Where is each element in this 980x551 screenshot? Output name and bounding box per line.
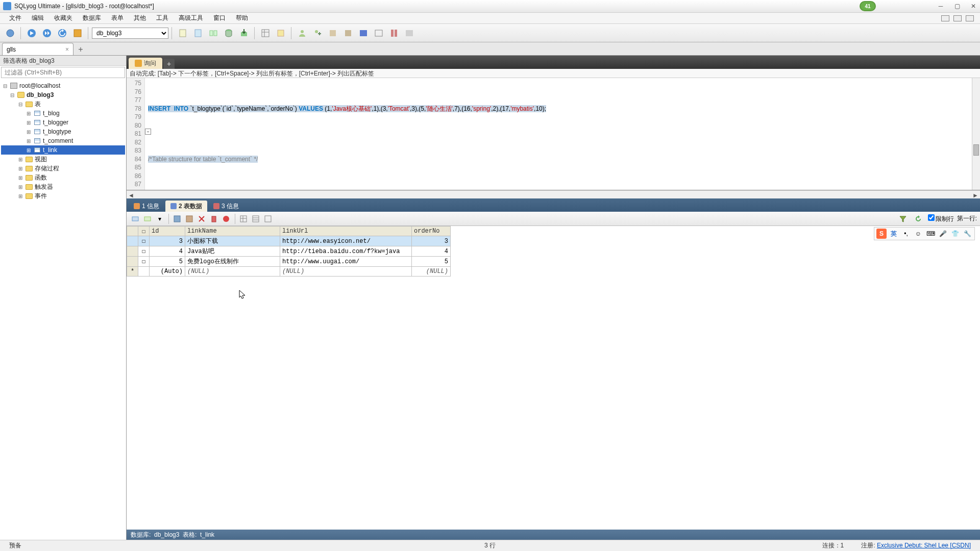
menu-window[interactable]: 窗口 [208, 13, 231, 23]
table-row[interactable]: ☐ 3 小图标下载 http://www.easyicon.net/ 3 [127, 236, 451, 246]
new-connection-button[interactable] [3, 26, 17, 40]
tree-procs-folder[interactable]: ⊞存储过程 [1, 164, 125, 173]
col-linkurl[interactable]: linkUrl [280, 227, 412, 236]
dropdown-button[interactable]: ▾ [154, 213, 165, 224]
code-area[interactable]: − INSERT INTO `t_blogtype`(`id`,`typeNam… [145, 78, 980, 190]
duplicate-row-button[interactable] [142, 213, 153, 224]
add-query-tab-button[interactable]: + [163, 59, 175, 69]
cancel-button[interactable] [184, 213, 195, 224]
form-view-button[interactable] [250, 213, 261, 224]
execute-query-button[interactable] [24, 26, 39, 40]
editor-vscrollbar[interactable] [972, 78, 980, 190]
close-button[interactable]: ✕ [970, 3, 977, 10]
sql-editor[interactable]: 75767778798081828384858687 − INSERT INTO… [127, 78, 980, 190]
tool-button-1[interactable] [326, 26, 340, 40]
ime-sogou-icon[interactable]: S [876, 229, 887, 239]
save-row-button[interactable] [172, 213, 183, 224]
import-button[interactable] [237, 26, 251, 40]
svg-rect-24 [132, 217, 138, 221]
close-tab-icon[interactable]: × [65, 46, 69, 53]
grid-view-button[interactable] [238, 213, 249, 224]
refresh-button[interactable] [55, 26, 69, 40]
tree-views-folder[interactable]: ⊞视图 [1, 155, 125, 164]
mdi-restore-button[interactable] [953, 15, 962, 21]
tool-button-4[interactable] [372, 26, 386, 40]
tree-table-item[interactable]: ⊞t_comment [1, 136, 125, 145]
filter-input[interactable] [1, 67, 125, 78]
tree-table-item[interactable]: ⊞t_blogtype [1, 127, 125, 136]
result-tab-data[interactable]: 2 表数据 [165, 201, 207, 212]
tree-table-item-selected[interactable]: ⊞t_link [1, 145, 125, 155]
ime-emoji-icon[interactable]: ☺ [913, 229, 923, 239]
menu-tools[interactable]: 工具 [151, 13, 174, 23]
minimize-button[interactable]: ─ [937, 3, 944, 10]
tree-table-item[interactable]: ⊞t_blogger [1, 118, 125, 127]
tree-table-item[interactable]: ⊞t_blog [1, 109, 125, 118]
col-id[interactable]: id [150, 227, 185, 236]
col-linkname[interactable]: linkName [185, 227, 280, 236]
tree-events-folder[interactable]: ⊞事件 [1, 191, 125, 201]
tree-funcs-folder[interactable]: ⊞函数 [1, 173, 125, 182]
menu-help[interactable]: 帮助 [231, 13, 253, 23]
editor-hscrollbar[interactable]: ◄► [127, 190, 980, 198]
tree-database[interactable]: ⊟db_blog3 [1, 90, 125, 99]
ime-skin-icon[interactable]: 👕 [950, 229, 960, 239]
menu-other[interactable]: 其他 [129, 13, 151, 23]
table-row[interactable]: ☐ 4 Java贴吧 http://tieba.baidu.com/f?kw=j… [127, 246, 451, 257]
fold-icon[interactable]: − [145, 129, 151, 135]
tree-server[interactable]: ⊟root@localhost [1, 81, 125, 90]
menu-file[interactable]: 文件 [4, 13, 27, 23]
add-user-button[interactable] [310, 26, 325, 40]
tree-triggers-folder[interactable]: ⊞触发器 [1, 182, 125, 191]
tool-button-2[interactable] [341, 26, 355, 40]
insert-row-button[interactable] [130, 213, 141, 224]
menu-edit[interactable]: 编辑 [27, 13, 49, 23]
query-tab[interactable]: 询问 [129, 58, 162, 69]
new-query-button[interactable] [176, 26, 190, 40]
menu-database[interactable]: 数据库 [78, 13, 106, 23]
col-orderno[interactable]: orderNo [412, 227, 451, 236]
ime-keyboard-icon[interactable]: ⌨ [925, 229, 936, 239]
refresh-result-button[interactable] [913, 213, 924, 224]
menu-table[interactable]: 表单 [106, 13, 129, 23]
ime-toolbar[interactable]: S 英 •, ☺ ⌨ 🎤 👕 🔧 [874, 227, 975, 240]
table-row-new[interactable]: * (Auto) (NULL) (NULL) (NULL) [127, 267, 451, 277]
user-manager-button[interactable] [295, 26, 309, 40]
notification-badge[interactable]: 41 [860, 1, 876, 11]
filter-icon[interactable] [897, 213, 909, 224]
backup-button[interactable] [222, 26, 236, 40]
menu-favorites[interactable]: 收藏夹 [49, 13, 78, 23]
checkbox-header[interactable]: ☐ [138, 227, 150, 236]
tool-button-6[interactable] [402, 26, 416, 40]
stop-button[interactable] [220, 213, 232, 224]
text-view-button[interactable] [262, 213, 274, 224]
execute-all-button[interactable] [40, 26, 54, 40]
delete-all-button[interactable] [208, 213, 219, 224]
query-builder-button[interactable] [191, 26, 205, 40]
ime-punct-icon[interactable]: •, [901, 229, 911, 239]
result-tab-info1[interactable]: 1 信息 [129, 201, 164, 212]
flush-button[interactable] [274, 26, 288, 40]
table-row[interactable]: ☐ 5 免费logo在线制作 http://www.uugai.com/ 5 [127, 257, 451, 267]
ime-tool-icon[interactable]: 🔧 [962, 229, 972, 239]
registration-link[interactable]: Exclusive Debut: Shel Lee [CSDN] [877, 542, 971, 549]
limit-rows-checkbox[interactable]: 限制行 [928, 214, 954, 223]
mdi-minimize-button[interactable] [941, 15, 949, 21]
tool-button-3[interactable] [356, 26, 371, 40]
tool-button-5[interactable] [387, 26, 401, 40]
connection-tab[interactable]: glls × [2, 43, 74, 55]
database-select[interactable]: db_blog3 [92, 28, 168, 39]
mdi-close-button[interactable] [966, 15, 974, 21]
schema-designer-button[interactable] [206, 26, 220, 40]
menu-powertools[interactable]: 高级工具 [174, 13, 208, 23]
ime-lang-icon[interactable]: 英 [889, 229, 899, 239]
tree-tables-folder[interactable]: ⊟表 [1, 99, 125, 109]
table-diag-button[interactable] [258, 26, 273, 40]
ime-voice-icon[interactable]: 🎤 [938, 229, 948, 239]
data-grid[interactable]: ☐ id linkName linkUrl orderNo ☐ 3 小图标下载 … [127, 226, 980, 530]
result-tab-info2[interactable]: 3 信息 [208, 201, 244, 212]
maximize-button[interactable]: ▢ [953, 3, 961, 10]
schema-sync-button[interactable] [70, 26, 85, 40]
add-connection-button[interactable]: + [75, 44, 87, 55]
delete-row-button[interactable] [196, 213, 207, 224]
